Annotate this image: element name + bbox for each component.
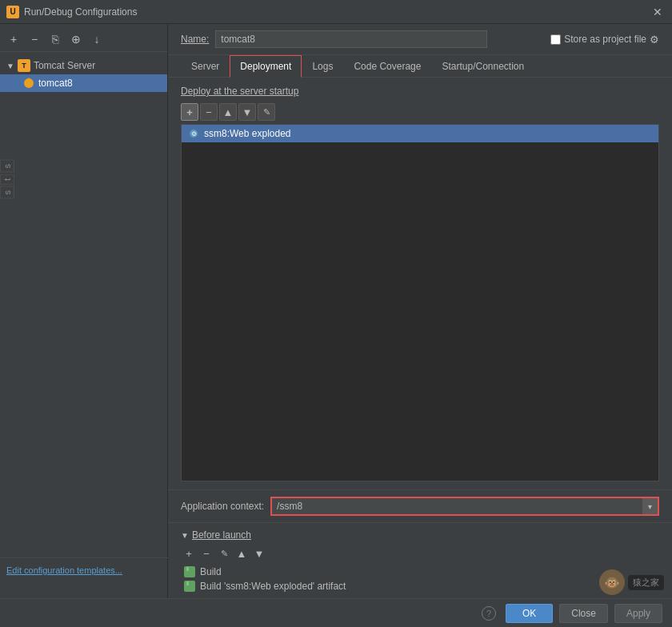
edge-tab-t[interactable]: t (0, 174, 14, 185)
app-context-input[interactable] (272, 498, 642, 514)
apply-button[interactable]: Apply (614, 604, 662, 623)
ok-button[interactable]: OK (506, 604, 553, 623)
bl-down-button[interactable]: ▼ (251, 545, 267, 561)
tomcat-item-icon (22, 77, 35, 90)
build-icon (184, 566, 195, 577)
help-button[interactable]: ? (482, 606, 496, 621)
gear-icon[interactable]: ⚙ (650, 34, 659, 46)
bl-up-button[interactable]: ▲ (234, 545, 250, 561)
close-button[interactable]: ✕ (650, 6, 666, 18)
add-config-button[interactable]: + (5, 30, 22, 48)
move-up-button[interactable]: ⊕ (67, 30, 85, 48)
copy-config-button[interactable]: ⎘ (46, 30, 64, 48)
bottom-bar: ? OK Close Apply (0, 598, 672, 627)
before-launch-section: ▼ Before launch + − ✎ ▲ ▼ B (168, 522, 672, 598)
bl-item-build-label: Build (200, 566, 222, 577)
bl-item-build-artifact: Build 'ssm8:Web exploded' artifact (184, 581, 659, 592)
app-context-input-wrapper: ▾ (270, 497, 659, 516)
svg-marker-1 (26, 78, 32, 80)
svg-text:⚙: ⚙ (191, 130, 197, 138)
main-container: + − ⎘ ⊕ ↓ ▼ T Tomcat Server tomcat8 (0, 24, 672, 598)
deploy-section: Deploy at the server startup + − ▲ ▼ ✎ ⚙… (168, 78, 672, 489)
edit-templates-link[interactable]: Edit configuration templates... (6, 565, 122, 575)
move-down-button[interactable]: ↓ (88, 30, 106, 48)
add-artifact-button[interactable]: + (181, 103, 198, 121)
before-launch-toolbar: + − ✎ ▲ ▼ (181, 545, 659, 561)
content-area: Name: Store as project file ⚙ Server Dep… (168, 24, 672, 598)
title-bar-text: Run/Debug Configurations (24, 6, 137, 18)
sidebar-item-label: tomcat8 (38, 78, 73, 89)
edge-tab-s1[interactable]: s (0, 160, 14, 173)
bl-edit-button[interactable]: ✎ (216, 545, 232, 561)
deploy-toolbar: + − ▲ ▼ ✎ (181, 103, 659, 121)
remove-config-button[interactable]: − (26, 30, 43, 48)
app-context-row: Application context: ▾ (168, 489, 672, 522)
app-context-dropdown[interactable]: ▾ (642, 498, 658, 514)
group-arrow-icon: ▼ (6, 62, 14, 70)
edit-artifact-button[interactable]: ✎ (258, 103, 275, 121)
svg-rect-4 (185, 569, 193, 576)
title-bar: U Run/Debug Configurations ✕ (0, 0, 672, 24)
artifact-label: ssm8:Web exploded (204, 128, 291, 139)
deploy-label: Deploy at the server startup (181, 86, 659, 97)
tab-code-coverage[interactable]: Code Coverage (343, 55, 431, 78)
artifact-item[interactable]: ⚙ ssm8:Web exploded (182, 125, 658, 142)
sidebar-item-tomcat8[interactable]: tomcat8 (0, 74, 167, 92)
app-context-label: Application context: (181, 501, 264, 512)
build-artifact-icon (184, 581, 195, 592)
store-checkbox-row: Store as project file ⚙ (550, 34, 659, 46)
bl-add-button[interactable]: + (181, 545, 197, 561)
name-row: Name: Store as project file ⚙ (168, 24, 672, 55)
tomcat-group-icon: T (18, 59, 30, 72)
config-group-tomcat: ▼ T Tomcat Server tomcat8 (0, 55, 167, 94)
watermark: 🐵 猿之家 (599, 569, 664, 595)
svg-rect-5 (186, 567, 189, 571)
bl-item-build: Build (184, 566, 659, 577)
cancel-button[interactable]: Close (559, 604, 608, 623)
left-edge-tabs: s t s (0, 160, 14, 198)
app-icon: U (6, 6, 19, 18)
move-artifact-up-button[interactable]: ▲ (219, 103, 237, 121)
before-launch-header: ▼ Before launch (181, 529, 659, 541)
svg-rect-7 (186, 581, 189, 585)
store-label: Store as project file (564, 34, 646, 45)
edge-tab-s2[interactable]: s (0, 186, 14, 199)
group-label: Tomcat Server (34, 60, 95, 71)
artifact-list: ⚙ ssm8:Web exploded (181, 124, 659, 481)
config-group-header[interactable]: ▼ T Tomcat Server (0, 57, 167, 74)
svg-rect-6 (185, 584, 193, 590)
tab-startup-connection[interactable]: Startup/Connection (431, 55, 534, 78)
store-checkbox[interactable] (550, 34, 561, 45)
sidebar: + − ⎘ ⊕ ↓ ▼ T Tomcat Server tomcat8 (0, 24, 168, 598)
move-artifact-down-button[interactable]: ▼ (238, 103, 256, 121)
sidebar-toolbar: + − ⎘ ⊕ ↓ (0, 27, 167, 52)
remove-artifact-button[interactable]: − (200, 103, 218, 121)
watermark-text: 猿之家 (628, 575, 664, 590)
tabs-bar: Server Deployment Logs Code Coverage Sta… (168, 55, 672, 78)
name-input[interactable] (215, 30, 487, 48)
name-label: Name: (181, 34, 209, 45)
tab-deployment[interactable]: Deployment (230, 55, 302, 78)
bl-item-build-artifact-label: Build 'ssm8:Web exploded' artifact (200, 581, 346, 592)
before-launch-arrow-icon[interactable]: ▼ (181, 531, 189, 540)
before-launch-items: Build Build 'ssm8:Web exploded' artifact (181, 566, 659, 592)
tab-server[interactable]: Server (181, 55, 230, 78)
tab-logs[interactable]: Logs (302, 55, 343, 78)
before-launch-label[interactable]: Before launch (192, 529, 251, 541)
bl-remove-button[interactable]: − (198, 545, 214, 561)
artifact-icon: ⚙ (188, 128, 199, 139)
